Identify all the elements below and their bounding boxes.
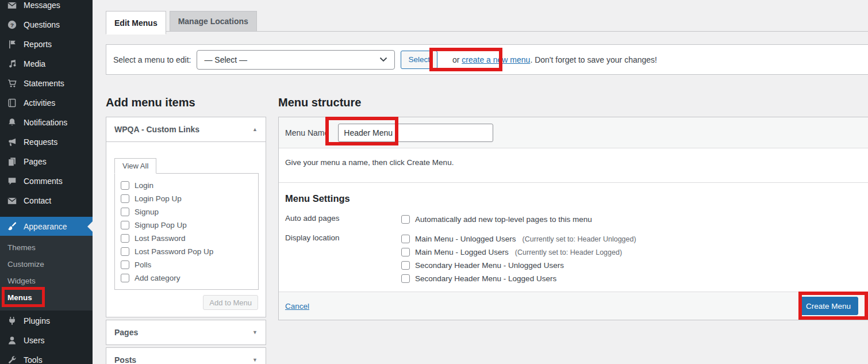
sidebar-item-appearance[interactable]: Appearance (0, 217, 93, 236)
flag-icon (6, 39, 18, 50)
sidebar-item-comments[interactable]: Comments (0, 171, 93, 191)
option-signup[interactable]: Signup (121, 205, 258, 219)
custom-links-accordion-header[interactable]: WPQA - Custom Links ▲ (106, 117, 266, 142)
location-secondary-logged[interactable]: Secondary Header Menu - Logged Users (401, 272, 636, 285)
sidebar-item-messages[interactable]: Messages (0, 0, 93, 15)
appearance-submenu: Themes Customize Widgets Menus (0, 236, 93, 311)
menu-settings-heading: Menu Settings (285, 193, 868, 204)
option-lost-password-pop-up[interactable]: Lost Password Pop Up (121, 245, 258, 258)
display-location-row: Display location Main Menu - Unlogged Us… (285, 232, 868, 285)
book-icon (6, 97, 18, 109)
checkbox-icon[interactable] (401, 261, 410, 270)
sidebar-subitem-widgets[interactable]: Widgets (0, 273, 93, 289)
create-new-menu-link[interactable]: create a new menu (462, 55, 530, 64)
auto-add-pages-option[interactable]: Automatically add new top-level pages to… (401, 213, 592, 226)
checkbox-icon[interactable] (121, 247, 129, 256)
location-main-menu-unlogged[interactable]: Main Menu - Unlogged Users (Currently se… (401, 232, 636, 246)
question-circle-icon: ? (6, 19, 18, 30)
checkbox-icon[interactable] (121, 194, 129, 203)
dropdown-value: — Select — (204, 55, 247, 64)
sidebar-item-contact[interactable]: Contact (0, 191, 93, 210)
location-secondary-unlogged[interactable]: Secondary Header Menu - Unlogged Users (401, 259, 636, 272)
checkbox-icon[interactable] (401, 248, 410, 256)
menu-name-bar: Menu Name (279, 117, 868, 148)
menus-tab-bar: Edit Menus Manage Locations (106, 10, 868, 32)
sidebar-item-requests[interactable]: Requests (0, 132, 93, 152)
menu-name-hint: Give your menu a name, then click Create… (279, 148, 868, 183)
add-menu-items-heading: Add menu items (106, 96, 195, 109)
user-icon (6, 335, 18, 346)
auto-add-pages-row: Auto add pages Automatically add new top… (285, 213, 868, 226)
option-login-pop-up[interactable]: Login Pop Up (121, 192, 258, 205)
sidebar-item-questions[interactable]: ? Questions (0, 15, 93, 35)
menu-structure-panel: Menu Name Give your menu a name, then cl… (278, 117, 868, 320)
sidebar-subitem-customize[interactable]: Customize (0, 256, 93, 273)
sidebar-item-statements[interactable]: Statements (0, 74, 93, 93)
sidebar-item-tools[interactable]: Tools (0, 350, 93, 364)
sidebar-subitem-menus[interactable]: Menus (0, 289, 93, 306)
tab-view-all[interactable]: View All (114, 158, 156, 174)
envelope-icon (6, 0, 18, 11)
add-to-menu-button[interactable]: Add to Menu (203, 295, 258, 310)
checkbox-icon[interactable] (401, 274, 410, 283)
current-menu-arrow-icon (87, 221, 93, 232)
checkbox-icon[interactable] (121, 234, 129, 243)
collapse-up-icon: ▲ (252, 127, 258, 132)
auto-add-pages-label: Auto add pages (285, 213, 401, 226)
cancel-link[interactable]: Cancel (285, 302, 309, 311)
select-menu-label: Select a menu to edit: (113, 55, 191, 64)
menu-name-label: Menu Name (285, 128, 329, 137)
collapse-down-icon: ▼ (252, 329, 258, 335)
create-menu-button[interactable]: Create Menu (798, 297, 858, 315)
chevron-down-icon (379, 57, 387, 62)
create-menu-sentence: or create a new menu. Don't forget to sa… (452, 55, 657, 64)
wrench-icon (6, 354, 18, 364)
sidebar-item-plugins[interactable]: Plugins (0, 311, 93, 331)
option-signup-pop-up[interactable]: Signup Pop Up (121, 219, 258, 232)
menu-select-dropdown[interactable]: — Select — (197, 50, 395, 70)
sidebar-item-notifications[interactable]: Notifications (0, 113, 93, 132)
tab-edit-menus[interactable]: Edit Menus (106, 11, 166, 35)
option-polls[interactable]: Polls (121, 258, 258, 271)
megaphone-icon (6, 136, 18, 148)
paintbrush-icon (6, 221, 18, 232)
menu-structure-heading: Menu structure (278, 96, 361, 109)
sidebar-item-pages[interactable]: Pages (0, 152, 93, 171)
sidebar-item-activities[interactable]: Activities (0, 93, 93, 113)
custom-links-options-box: Login Login Pop Up Signup Signup Pop Up … (114, 173, 259, 290)
select-menu-bar: Select a menu to edit: — Select — Select… (106, 44, 868, 75)
admin-sidebar: Messages ? Questions Reports Media State… (0, 0, 93, 364)
custom-links-panel: WPQA - Custom Links ▲ View All Login Log… (106, 117, 266, 317)
checkbox-icon[interactable] (121, 274, 129, 282)
checkbox-icon[interactable] (401, 215, 410, 224)
menu-name-input[interactable] (338, 124, 493, 142)
checkbox-icon[interactable] (121, 221, 129, 229)
plug-icon (6, 315, 18, 327)
tab-manage-locations[interactable]: Manage Locations (170, 11, 257, 32)
menu-settings-section: Menu Settings Auto add pages Automatical… (279, 183, 868, 285)
location-main-menu-logged[interactable]: Main Menu - Logged Users (Currently set … (401, 246, 636, 259)
svg-text:?: ? (10, 22, 14, 28)
display-location-label: Display location (285, 232, 401, 285)
checkbox-icon[interactable] (401, 235, 410, 243)
menu-structure-footer: Cancel Create Menu (279, 292, 868, 320)
sidebar-item-users[interactable]: Users (0, 331, 93, 350)
checkbox-icon[interactable] (121, 208, 129, 216)
checkbox-icon[interactable] (121, 181, 129, 190)
music-note-icon (6, 58, 18, 70)
select-button[interactable]: Select (401, 51, 437, 69)
sidebar-item-reports[interactable]: Reports (0, 35, 93, 54)
option-lost-password[interactable]: Lost Password (121, 232, 258, 245)
pages-icon (6, 156, 18, 167)
sidebar-subitem-themes[interactable]: Themes (0, 239, 93, 256)
cart-icon (6, 78, 18, 89)
posts-accordion-header[interactable]: Posts ▼ (106, 347, 266, 364)
option-login[interactable]: Login (121, 179, 258, 192)
collapse-down-icon: ▼ (252, 357, 258, 363)
option-add-category[interactable]: Add category (121, 271, 258, 285)
comment-bubble-icon (6, 175, 18, 187)
sidebar-item-media[interactable]: Media (0, 54, 93, 74)
pages-accordion-header[interactable]: Pages ▼ (106, 320, 266, 345)
checkbox-icon[interactable] (121, 260, 129, 269)
envelope-icon (6, 195, 18, 206)
